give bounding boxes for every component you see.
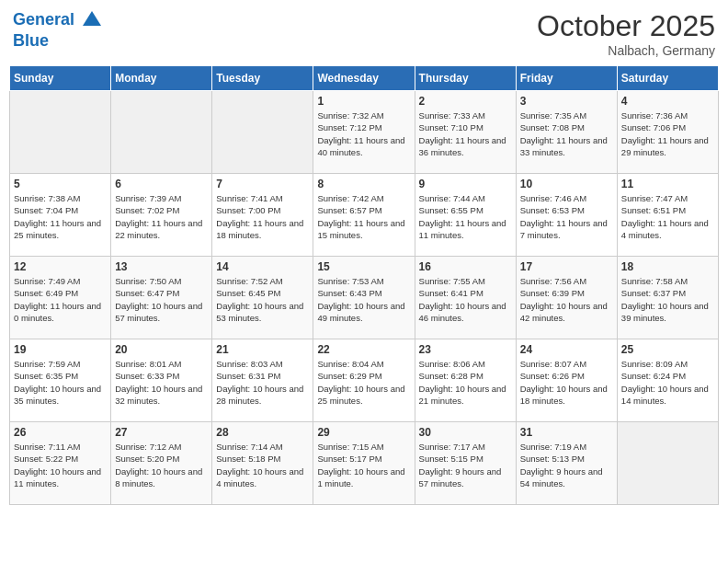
page-header: General Blue October 2025 Nalbach, Germa… xyxy=(9,9,719,58)
calendar-cell: 2Sunrise: 7:33 AM Sunset: 7:10 PM Daylig… xyxy=(415,91,516,174)
calendar-cell xyxy=(111,91,212,174)
day-number: 21 xyxy=(216,343,309,356)
week-row-5: 26Sunrise: 7:11 AM Sunset: 5:22 PM Dayli… xyxy=(10,422,719,505)
calendar-cell: 20Sunrise: 8:01 AM Sunset: 6:33 PM Dayli… xyxy=(111,339,212,422)
calendar-cell: 24Sunrise: 8:07 AM Sunset: 6:26 PM Dayli… xyxy=(516,339,617,422)
day-number: 10 xyxy=(520,178,613,190)
day-number: 18 xyxy=(621,260,714,273)
day-number: 25 xyxy=(621,343,714,356)
day-info: Sunrise: 7:53 AM Sunset: 6:43 PM Dayligh… xyxy=(317,275,410,324)
location: Nalbach, Germany xyxy=(537,43,715,58)
day-number: 5 xyxy=(14,178,107,190)
calendar-cell: 21Sunrise: 8:03 AM Sunset: 6:31 PM Dayli… xyxy=(212,339,313,422)
day-info: Sunrise: 7:49 AM Sunset: 6:49 PM Dayligh… xyxy=(14,275,107,324)
day-info: Sunrise: 7:39 AM Sunset: 7:02 PM Dayligh… xyxy=(115,192,208,241)
calendar-cell: 5Sunrise: 7:38 AM Sunset: 7:04 PM Daylig… xyxy=(10,174,111,257)
day-info: Sunrise: 7:14 AM Sunset: 5:18 PM Dayligh… xyxy=(216,441,309,489)
day-info: Sunrise: 8:01 AM Sunset: 6:33 PM Dayligh… xyxy=(115,358,208,407)
day-info: Sunrise: 7:42 AM Sunset: 6:57 PM Dayligh… xyxy=(317,192,410,241)
day-info: Sunrise: 8:03 AM Sunset: 6:31 PM Dayligh… xyxy=(216,358,309,407)
calendar-cell: 31Sunrise: 7:19 AM Sunset: 5:13 PM Dayli… xyxy=(516,422,617,505)
calendar-cell: 14Sunrise: 7:52 AM Sunset: 6:45 PM Dayli… xyxy=(212,257,313,339)
logo-general: General xyxy=(13,10,74,29)
weekday-header-wednesday: Wednesday xyxy=(313,66,415,91)
day-info: Sunrise: 7:56 AM Sunset: 6:39 PM Dayligh… xyxy=(520,275,613,324)
day-info: Sunrise: 8:04 AM Sunset: 6:29 PM Dayligh… xyxy=(317,358,410,407)
day-info: Sunrise: 7:52 AM Sunset: 6:45 PM Dayligh… xyxy=(216,275,309,324)
calendar-cell xyxy=(212,91,313,174)
month-title: October 2025 xyxy=(537,9,715,43)
day-info: Sunrise: 7:55 AM Sunset: 6:41 PM Dayligh… xyxy=(419,275,512,324)
calendar-cell: 11Sunrise: 7:47 AM Sunset: 6:51 PM Dayli… xyxy=(617,174,718,257)
calendar-cell: 4Sunrise: 7:36 AM Sunset: 7:06 PM Daylig… xyxy=(617,91,718,174)
calendar-cell: 28Sunrise: 7:14 AM Sunset: 5:18 PM Dayli… xyxy=(212,422,313,505)
day-number: 15 xyxy=(317,260,410,273)
day-info: Sunrise: 7:46 AM Sunset: 6:53 PM Dayligh… xyxy=(520,192,613,241)
day-number: 11 xyxy=(621,178,714,190)
day-number: 30 xyxy=(419,426,512,439)
calendar-table: SundayMondayTuesdayWednesdayThursdayFrid… xyxy=(9,65,719,505)
calendar-cell: 27Sunrise: 7:12 AM Sunset: 5:20 PM Dayli… xyxy=(111,422,212,505)
day-number: 16 xyxy=(419,260,512,273)
day-number: 7 xyxy=(216,178,309,190)
day-info: Sunrise: 8:09 AM Sunset: 6:24 PM Dayligh… xyxy=(621,358,714,407)
weekday-header-thursday: Thursday xyxy=(415,66,516,91)
day-number: 12 xyxy=(14,260,107,273)
day-number: 28 xyxy=(216,426,309,439)
calendar-cell: 3Sunrise: 7:35 AM Sunset: 7:08 PM Daylig… xyxy=(516,91,617,174)
calendar-cell: 19Sunrise: 7:59 AM Sunset: 6:35 PM Dayli… xyxy=(10,339,111,422)
calendar-cell: 1Sunrise: 7:32 AM Sunset: 7:12 PM Daylig… xyxy=(313,91,415,174)
day-number: 8 xyxy=(317,178,410,190)
day-info: Sunrise: 7:35 AM Sunset: 7:08 PM Dayligh… xyxy=(520,109,613,158)
day-info: Sunrise: 7:11 AM Sunset: 5:22 PM Dayligh… xyxy=(14,441,107,489)
day-info: Sunrise: 7:15 AM Sunset: 5:17 PM Dayligh… xyxy=(317,441,410,489)
day-number: 4 xyxy=(621,95,714,108)
week-row-1: 1Sunrise: 7:32 AM Sunset: 7:12 PM Daylig… xyxy=(10,91,719,174)
svg-marker-0 xyxy=(83,11,101,26)
day-number: 24 xyxy=(520,343,613,356)
weekday-header-sunday: Sunday xyxy=(10,66,111,91)
day-number: 22 xyxy=(317,343,410,356)
day-number: 29 xyxy=(317,426,410,439)
calendar-cell: 13Sunrise: 7:50 AM Sunset: 6:47 PM Dayli… xyxy=(111,257,212,339)
calendar-cell: 9Sunrise: 7:44 AM Sunset: 6:55 PM Daylig… xyxy=(415,174,516,257)
calendar-cell xyxy=(10,91,111,174)
calendar-cell: 8Sunrise: 7:42 AM Sunset: 6:57 PM Daylig… xyxy=(313,174,415,257)
calendar-cell: 16Sunrise: 7:55 AM Sunset: 6:41 PM Dayli… xyxy=(415,257,516,339)
calendar-cell: 6Sunrise: 7:39 AM Sunset: 7:02 PM Daylig… xyxy=(111,174,212,257)
calendar-cell: 7Sunrise: 7:41 AM Sunset: 7:00 PM Daylig… xyxy=(212,174,313,257)
week-row-4: 19Sunrise: 7:59 AM Sunset: 6:35 PM Dayli… xyxy=(10,339,719,422)
calendar-cell: 18Sunrise: 7:58 AM Sunset: 6:37 PM Dayli… xyxy=(617,257,718,339)
calendar-cell: 12Sunrise: 7:49 AM Sunset: 6:49 PM Dayli… xyxy=(10,257,111,339)
day-number: 19 xyxy=(14,343,107,356)
calendar-cell: 30Sunrise: 7:17 AM Sunset: 5:15 PM Dayli… xyxy=(415,422,516,505)
day-info: Sunrise: 8:06 AM Sunset: 6:28 PM Dayligh… xyxy=(419,358,512,407)
week-row-2: 5Sunrise: 7:38 AM Sunset: 7:04 PM Daylig… xyxy=(10,174,719,257)
calendar-cell: 22Sunrise: 8:04 AM Sunset: 6:29 PM Dayli… xyxy=(313,339,415,422)
day-info: Sunrise: 7:38 AM Sunset: 7:04 PM Dayligh… xyxy=(14,192,107,241)
title-section: October 2025 Nalbach, Germany xyxy=(537,9,715,58)
day-number: 6 xyxy=(115,178,208,190)
day-info: Sunrise: 7:58 AM Sunset: 6:37 PM Dayligh… xyxy=(621,275,714,324)
calendar-cell: 26Sunrise: 7:11 AM Sunset: 5:22 PM Dayli… xyxy=(10,422,111,505)
logo: General Blue xyxy=(13,9,103,52)
day-info: Sunrise: 7:17 AM Sunset: 5:15 PM Dayligh… xyxy=(419,441,512,489)
day-info: Sunrise: 7:50 AM Sunset: 6:47 PM Dayligh… xyxy=(115,275,208,324)
day-info: Sunrise: 7:41 AM Sunset: 7:00 PM Dayligh… xyxy=(216,192,309,241)
day-number: 17 xyxy=(520,260,613,273)
day-info: Sunrise: 7:47 AM Sunset: 6:51 PM Dayligh… xyxy=(621,192,714,241)
calendar-cell: 15Sunrise: 7:53 AM Sunset: 6:43 PM Dayli… xyxy=(313,257,415,339)
calendar-cell: 23Sunrise: 8:06 AM Sunset: 6:28 PM Dayli… xyxy=(415,339,516,422)
weekday-header-row: SundayMondayTuesdayWednesdayThursdayFrid… xyxy=(10,66,719,91)
day-number: 26 xyxy=(14,426,107,439)
day-number: 13 xyxy=(115,260,208,273)
day-number: 23 xyxy=(419,343,512,356)
day-info: Sunrise: 7:59 AM Sunset: 6:35 PM Dayligh… xyxy=(14,358,107,407)
day-number: 3 xyxy=(520,95,613,108)
logo-icon xyxy=(81,9,103,31)
day-number: 1 xyxy=(317,95,410,108)
day-number: 31 xyxy=(520,426,613,439)
day-info: Sunrise: 7:33 AM Sunset: 7:10 PM Dayligh… xyxy=(419,109,512,158)
calendar-cell: 17Sunrise: 7:56 AM Sunset: 6:39 PM Dayli… xyxy=(516,257,617,339)
day-info: Sunrise: 7:19 AM Sunset: 5:13 PM Dayligh… xyxy=(520,441,613,489)
